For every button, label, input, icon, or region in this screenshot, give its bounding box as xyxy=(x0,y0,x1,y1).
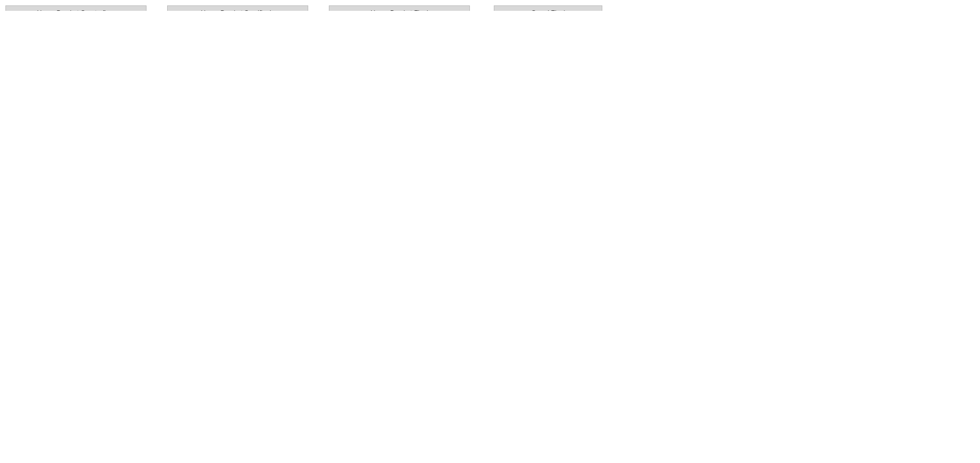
bracket-lines xyxy=(5,5,975,11)
gf-header: Grand Final xyxy=(494,5,602,11)
col-ubqf: Upper Bracket Quarterfin... Team Falcons… xyxy=(5,5,147,11)
connector-lines xyxy=(5,5,975,11)
col-gf: Grand Final TBD TBD i xyxy=(494,5,602,11)
ubf-header: Upper Bracket Final xyxy=(329,5,470,11)
ubs-header: Upper Bracket Semifinals xyxy=(167,5,308,11)
col-ubs: Upper Bracket Semifinals Team Falcons 1 … xyxy=(167,5,308,11)
ubqf-header: Upper Bracket Quarterfin... xyxy=(5,5,147,11)
col-ubf: Upper Bracket Final Gaimin Gladiators Te… xyxy=(329,5,470,11)
bracket-container: Upper Bracket Quarterfin... Team Falcons… xyxy=(0,0,980,11)
